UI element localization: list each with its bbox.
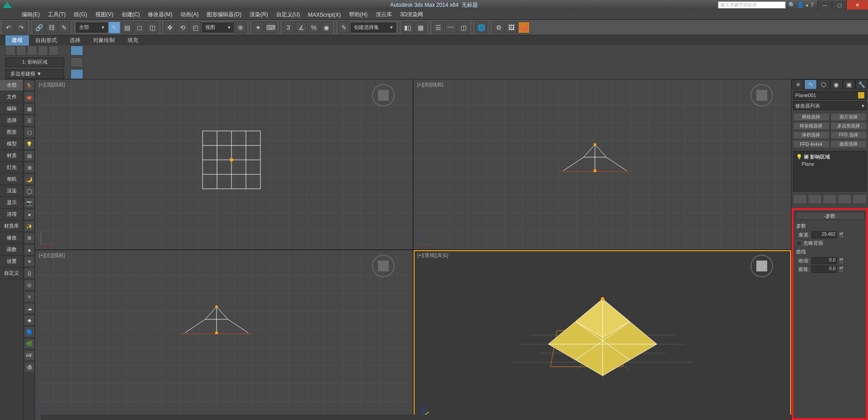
menu-edit[interactable]: 编辑(E): [18, 9, 43, 20]
window-crossing-button[interactable]: ◫: [146, 22, 158, 33]
menu-animation[interactable]: 动画(A): [177, 9, 202, 20]
sb-select[interactable]: 选择: [0, 115, 23, 126]
ic-hedra-icon[interactable]: ◆: [24, 315, 35, 326]
close-button[interactable]: ✕: [846, 0, 868, 9]
sb-modify[interactable]: 修改: [0, 232, 23, 244]
link-button[interactable]: 🔗: [33, 22, 45, 33]
ic-lamp-icon[interactable]: 💡: [24, 139, 35, 149]
rotate-button[interactable]: ⟲: [177, 22, 189, 33]
menu-group[interactable]: 组(G): [70, 9, 90, 20]
pinch-spinner[interactable]: 0.0: [811, 257, 837, 264]
percent-snap[interactable]: %: [308, 22, 320, 33]
sel-patch[interactable]: 面片选择: [830, 113, 867, 121]
ic-window-icon[interactable]: ⊞: [24, 162, 35, 173]
edit-selset[interactable]: ✎: [338, 22, 350, 33]
ic-blue-icon[interactable]: 🔵: [24, 327, 35, 337]
viewport-left[interactable]: [+][左][线框]: [35, 250, 413, 420]
tab-modify[interactable]: ✎: [804, 79, 817, 89]
tab-utilities[interactable]: 🔧: [855, 79, 868, 89]
mirror-button[interactable]: ▮▯: [402, 22, 414, 33]
tab-hierarchy[interactable]: ⬡: [817, 79, 830, 89]
modifier-list-dropdown[interactable]: 修改器列表▾: [793, 101, 867, 110]
bubble-spin-buttons[interactable]: ▴▾: [839, 266, 844, 273]
sb-light[interactable]: 灯光: [0, 162, 23, 173]
sb-display[interactable]: 显示: [0, 197, 23, 209]
signin-icon[interactable]: 👤: [797, 2, 804, 8]
viewport-perspective[interactable]: [+][透视][真实]: [414, 250, 791, 420]
menu-create[interactable]: 创建(C): [118, 9, 144, 20]
sb-clean[interactable]: 清理: [0, 209, 23, 220]
keyboard-shortcut-button[interactable]: ⌨: [265, 22, 277, 33]
ic-teapot-icon[interactable]: 🫖: [24, 92, 35, 103]
object-name-field[interactable]: Plane001: [793, 91, 867, 100]
select-region-button[interactable]: ◻: [134, 22, 146, 33]
named-selset[interactable]: 创建选择集▾: [351, 23, 396, 33]
select-button[interactable]: ↖: [108, 22, 120, 33]
manipulate-button[interactable]: ✦: [252, 22, 264, 33]
sb-shape[interactable]: 图形: [0, 126, 23, 138]
ic-code-icon[interactable]: {}: [24, 268, 35, 279]
falloff-spinner[interactable]: 29.482: [811, 231, 837, 238]
infocenter-icon[interactable]: 🔍: [788, 2, 795, 8]
stack-show[interactable]: [808, 194, 822, 204]
ic-tube-icon[interactable]: ◎: [24, 280, 35, 290]
viewcube-left[interactable]: [372, 255, 395, 277]
stack-plane[interactable]: Plane: [795, 161, 864, 167]
subobj-element[interactable]: [49, 46, 59, 56]
stack-config[interactable]: [853, 194, 867, 204]
ic-sun-icon[interactable]: ☀: [24, 256, 35, 267]
rollout-header[interactable]: - 参数: [795, 212, 864, 220]
sb-model[interactable]: 模型: [0, 138, 23, 150]
material-editor-button[interactable]: 🌐: [475, 22, 487, 33]
object-color-swatch[interactable]: [858, 92, 864, 98]
sb-file[interactable]: 文件: [0, 91, 23, 103]
tab-display[interactable]: ▣: [843, 79, 855, 89]
layers-button[interactable]: ☰: [432, 22, 444, 33]
vp-label-top[interactable]: [+][顶][线框]: [39, 81, 65, 88]
ribbon-tab-freeform[interactable]: 自由形式: [29, 35, 63, 46]
menu-graph[interactable]: 图形编辑器(D): [203, 9, 245, 20]
ribbon-tab-objectpaint[interactable]: 对象绘制: [87, 35, 121, 46]
viewport-top[interactable]: [+][顶][线框]: [35, 79, 413, 249]
ribbon-tool-b[interactable]: [71, 57, 83, 67]
scale-button[interactable]: ◰: [189, 22, 201, 33]
vp-label-front[interactable]: [+][前][线框]: [417, 81, 443, 88]
render-button[interactable]: 🫖: [518, 22, 530, 33]
sb-custom[interactable]: 自定义: [0, 267, 23, 279]
curve-editor-button[interactable]: 〰: [445, 22, 457, 33]
ic-lines-icon[interactable]: ≡: [24, 291, 35, 302]
menu-cloud[interactable]: 渲云库: [372, 9, 396, 20]
ic-rock-icon[interactable]: 🪨: [24, 362, 35, 373]
ic-torus-icon[interactable]: ◯: [24, 186, 35, 196]
spinner-snap[interactable]: ◉: [321, 22, 332, 33]
falloff-spin-buttons[interactable]: ▴▾: [839, 231, 844, 238]
ic-layers-icon[interactable]: ☰: [24, 115, 35, 126]
ic-hf-icon[interactable]: HF: [24, 350, 35, 361]
menu-maxscript[interactable]: MAXScript(X): [304, 10, 344, 19]
subobj-poly[interactable]: [38, 46, 48, 56]
sb-matlib[interactable]: 材质库: [0, 220, 23, 232]
sb-edit[interactable]: 编辑: [0, 103, 23, 115]
sel-mesh[interactable]: 网格选择: [793, 113, 830, 121]
viewcube-front[interactable]: [750, 84, 773, 107]
ribbon-tab-populate[interactable]: 填充: [121, 35, 145, 46]
pivot-button[interactable]: ⊕: [235, 22, 246, 33]
selection-filter[interactable]: 全部▾: [76, 23, 108, 33]
menu-views[interactable]: 视图(V): [92, 9, 117, 20]
sb-camera[interactable]: 相机: [0, 173, 23, 185]
subobj-border[interactable]: [27, 46, 37, 56]
ic-moon-icon[interactable]: 🌙: [24, 174, 35, 185]
sel-spline[interactable]: 样条线选择: [793, 122, 830, 130]
ic-box-icon[interactable]: ▢: [24, 127, 35, 138]
vp-label-left[interactable]: [+][左][线框]: [39, 252, 65, 259]
tab-create[interactable]: ✳: [792, 79, 804, 89]
menu-tools[interactable]: 工具(T): [44, 9, 69, 20]
menu-help[interactable]: 帮助(H): [345, 9, 371, 20]
ic-stairs-icon[interactable]: ▤: [24, 150, 35, 161]
ic-cone-icon[interactable]: ▲: [24, 244, 35, 255]
viewcube-persp[interactable]: [750, 255, 773, 277]
ic-cloud-icon[interactable]: ☁: [24, 303, 35, 314]
render-setup-button[interactable]: ⚙: [493, 22, 505, 33]
sel-ffd444[interactable]: FFD 4x4x4: [793, 140, 830, 148]
modifier-stack[interactable]: 💡 ▣ 影响区域 Plane: [793, 151, 867, 191]
